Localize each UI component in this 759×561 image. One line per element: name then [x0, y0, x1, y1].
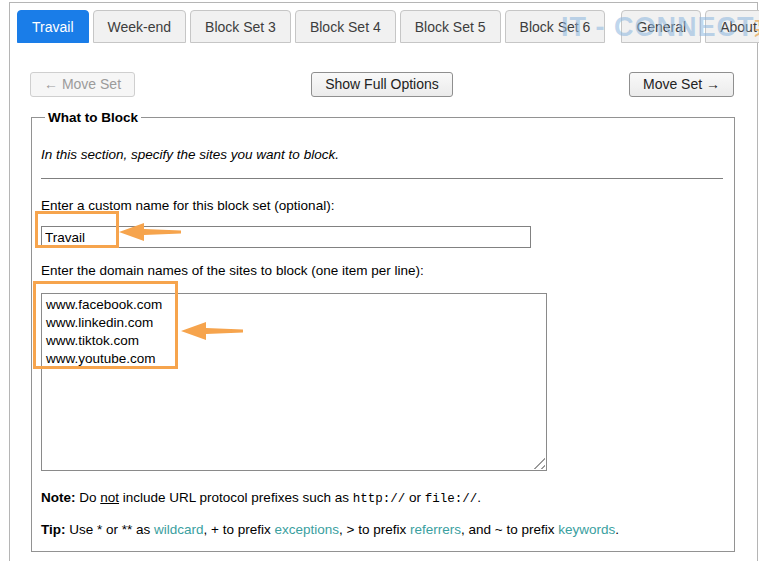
tab-about[interactable]: About	[705, 10, 759, 43]
tab-bar: Travail Week-end Block Set 3 Block Set 4…	[10, 3, 757, 43]
show-full-options-button[interactable]: Show Full Options	[311, 72, 453, 97]
http-protocol-code: http://	[353, 492, 406, 506]
tab-block-set-3[interactable]: Block Set 3	[190, 10, 291, 43]
tab-block-set-5[interactable]: Block Set 5	[400, 10, 501, 43]
note-text: Note: Do not include URL protocol prefix…	[41, 490, 725, 506]
tab-week-end[interactable]: Week-end	[93, 10, 187, 43]
custom-name-label: Enter a custom name for this block set (…	[41, 198, 725, 213]
tip-label: Tip:	[41, 522, 66, 537]
tab-block-set-6[interactable]: Block Set 6	[505, 10, 606, 43]
what-to-block-legend: What to Block	[45, 110, 141, 125]
options-page: Travail Week-end Block Set 3 Block Set 4…	[9, 2, 758, 561]
section-intro: In this section, specify the sites you w…	[41, 147, 725, 162]
tab-travail[interactable]: Travail	[17, 10, 89, 43]
tip-text: Tip: Use * or ** as wildcard, + to prefi…	[41, 522, 725, 537]
keywords-link[interactable]: keywords	[558, 522, 615, 537]
move-set-right-button[interactable]: Move Set →	[629, 72, 734, 97]
divider	[41, 178, 723, 179]
domains-label: Enter the domain names of the sites to b…	[41, 263, 725, 278]
file-protocol-code: file://	[425, 492, 478, 506]
referrers-link[interactable]: referrers	[410, 522, 461, 537]
domains-textarea-wrap: www.facebook.com www.linkedin.com www.ti…	[41, 293, 547, 471]
tab-block-set-4[interactable]: Block Set 4	[295, 10, 396, 43]
note-label: Note:	[41, 490, 76, 505]
exceptions-link[interactable]: exceptions	[275, 522, 340, 537]
what-to-block-section: What to Block In this section, specify t…	[31, 110, 735, 552]
wildcard-link[interactable]: wildcard	[154, 522, 204, 537]
domains-textarea[interactable]: www.facebook.com www.linkedin.com www.ti…	[41, 293, 547, 471]
toolbar: ← Move Set Show Full Options Move Set →	[10, 72, 757, 97]
tab-general[interactable]: General	[621, 10, 701, 43]
move-set-left-button[interactable]: ← Move Set	[30, 72, 135, 97]
custom-name-input[interactable]	[41, 226, 531, 248]
